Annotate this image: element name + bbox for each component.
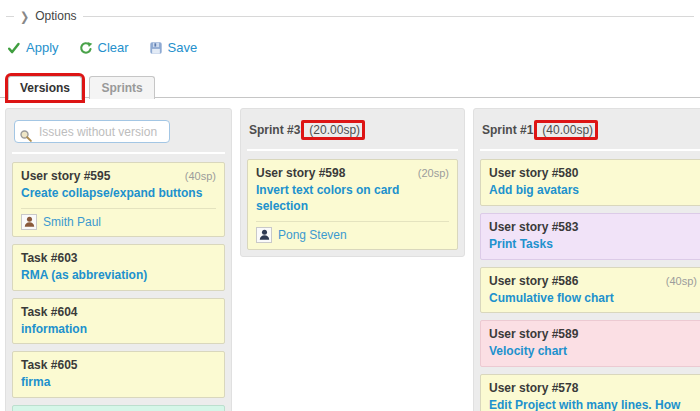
card-subject: Velocity chart: [489, 344, 697, 360]
card-subject: Edit Project with many lines. How will i…: [489, 398, 697, 411]
card-header: Task #603: [21, 251, 216, 265]
issue-subject-link[interactable]: firma: [21, 375, 50, 389]
card-subject: Cumulative flow chart: [489, 291, 697, 307]
column-no-version: User story #595 (40sp) Create collapse/e…: [5, 108, 232, 411]
card-title: User story #598: [256, 166, 345, 180]
tab-versions[interactable]: Versions: [8, 76, 82, 100]
card-header: Task #604: [21, 305, 216, 319]
issue-subject-link[interactable]: Cumulative flow chart: [489, 291, 614, 305]
apply-button[interactable]: Apply: [7, 40, 59, 55]
card-story-points: (40sp): [185, 170, 216, 182]
card-title: Task #603: [21, 251, 78, 265]
card-subject: Create collapse/expand buttons: [21, 186, 216, 202]
card-story-points: (20sp): [418, 167, 449, 179]
reload-icon: [79, 41, 93, 55]
avatar: [256, 227, 272, 243]
column-search-zone: [12, 115, 225, 154]
issue-card[interactable]: User story #583 Print Tasks: [480, 213, 700, 260]
card-subject: Invert text colors on card selection: [256, 183, 449, 215]
card-assignee: Smith Paul: [21, 208, 216, 230]
issue-card[interactable]: User story #578 Edit Project with many l…: [480, 374, 700, 411]
sprint-name: Sprint #3: [249, 123, 300, 137]
issue-subject-link[interactable]: information: [21, 322, 87, 336]
issue-subject-link[interactable]: RMA (as abbreviation): [21, 268, 147, 282]
card-assignee: Pong Steven: [256, 221, 449, 243]
card-header: User story #583: [489, 220, 697, 234]
issue-card[interactable]: Task #603 RMA (as abbreviation): [12, 244, 225, 291]
card-subject: RMA (as abbreviation): [21, 268, 216, 284]
issue-card[interactable]: User story #580 Add big avatars: [480, 159, 700, 206]
tab-sprints[interactable]: Sprints: [89, 76, 154, 99]
card-title: User story #580: [489, 166, 578, 180]
clear-button[interactable]: Clear: [79, 40, 129, 55]
issue-subject-link[interactable]: Invert text colors on card selection: [256, 183, 399, 213]
annotation-box: (20.00sp): [301, 120, 365, 140]
apply-label: Apply: [26, 40, 59, 55]
issue-card[interactable]: Task #596 Sort cards by swim lane param …: [12, 405, 225, 411]
search-input[interactable]: [14, 120, 170, 143]
card-list: User story #595 (40sp) Create collapse/e…: [12, 162, 225, 411]
issue-subject-link[interactable]: Edit Project with many lines. How will i…: [489, 398, 680, 411]
card-title: User story #589: [489, 327, 578, 341]
options-label: Options: [35, 9, 76, 23]
options-section: ❯ Options: [6, 9, 694, 23]
floppy-disk-icon: [149, 41, 163, 55]
card-title: Task #605: [21, 358, 78, 372]
save-button[interactable]: Save: [149, 40, 198, 55]
save-label: Save: [168, 40, 198, 55]
card-header: User story #595 (40sp): [21, 169, 216, 183]
avatar: [21, 214, 37, 230]
card-title: User story #578: [489, 381, 578, 395]
card-header: Task #605: [21, 358, 216, 372]
issue-card[interactable]: User story #589 Velocity chart: [480, 320, 700, 367]
column-header: Sprint #3(20.00sp): [247, 115, 458, 151]
column-sprint-3: Sprint #3(20.00sp) User story #598 (20sp…: [240, 108, 465, 257]
annotation-box: (40.00sp): [534, 120, 598, 140]
card-title: User story #595: [21, 169, 110, 183]
collapse-arrow-icon: ❯: [20, 9, 29, 24]
card-header: User story #598 (20sp): [256, 166, 449, 180]
column-sprint-1: Sprint #1(40.00sp) User story #580 Add b…: [473, 108, 700, 411]
card-subject: Add big avatars: [489, 183, 697, 199]
agile-board: User story #595 (40sp) Create collapse/e…: [5, 108, 700, 411]
tab-bar: Versions Sprints: [0, 75, 700, 98]
clear-label: Clear: [98, 40, 129, 55]
card-list: User story #580 Add big avatars User sto…: [480, 159, 700, 411]
issue-subject-link[interactable]: Print Tasks: [489, 237, 553, 251]
card-header: User story #580: [489, 166, 697, 180]
card-title: User story #583: [489, 220, 578, 234]
card-story-points: (40sp): [666, 275, 697, 287]
card-header: User story #578: [489, 381, 697, 395]
assignee-link[interactable]: Pong Steven: [278, 228, 347, 242]
card-subject: information: [21, 322, 216, 338]
card-header: User story #589: [489, 327, 697, 341]
card-subject: firma: [21, 375, 216, 391]
issue-card[interactable]: User story #586 (40sp) Cumulative flow c…: [480, 267, 700, 314]
card-header: User story #586 (40sp): [489, 274, 697, 288]
issue-card[interactable]: Task #604 information: [12, 298, 225, 345]
toolbar: Apply Clear Save: [7, 40, 700, 55]
issue-subject-link[interactable]: Create collapse/expand buttons: [21, 186, 202, 200]
issue-subject-link[interactable]: Add big avatars: [489, 183, 579, 197]
search-icon: [19, 129, 33, 146]
card-title: Task #604: [21, 305, 78, 319]
check-icon: [7, 41, 21, 55]
card-subject: Print Tasks: [489, 237, 697, 253]
issue-subject-link[interactable]: Velocity chart: [489, 344, 567, 358]
sprint-points: (40.00sp): [542, 123, 593, 137]
issue-card[interactable]: User story #598 (20sp) Invert text color…: [247, 159, 458, 250]
column-header: Sprint #1(40.00sp): [480, 115, 700, 151]
card-list: User story #598 (20sp) Invert text color…: [247, 159, 458, 250]
issue-card[interactable]: User story #595 (40sp) Create collapse/e…: [12, 162, 225, 237]
sprint-points: (20.00sp): [309, 123, 360, 137]
card-title: User story #586: [489, 274, 578, 288]
options-toggle[interactable]: ❯ Options: [14, 9, 83, 23]
issue-card[interactable]: Task #605 firma: [12, 351, 225, 398]
assignee-link[interactable]: Smith Paul: [43, 215, 101, 229]
sprint-name: Sprint #1: [482, 123, 533, 137]
